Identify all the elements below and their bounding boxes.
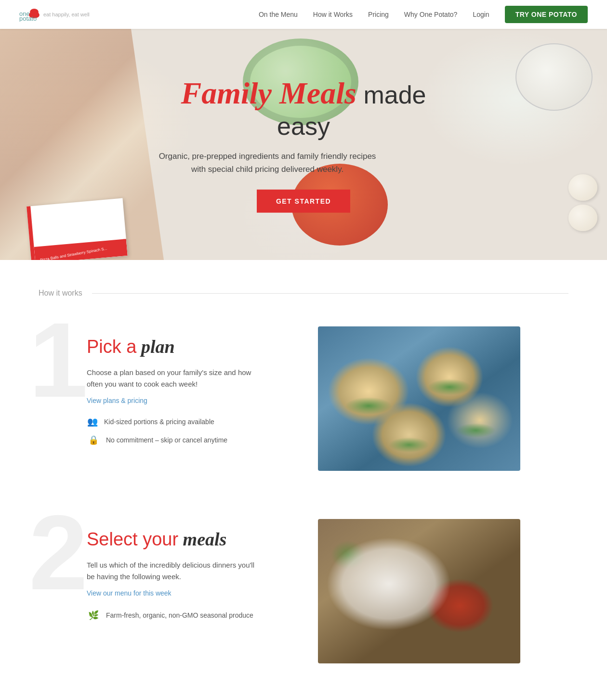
step-1-features: Kid-sized portions & pricing available N… (87, 416, 289, 447)
nav-cta-button[interactable]: TRY ONE POTATO (505, 6, 588, 23)
step-2-right: 2 Select your meals Tell us which of the… (39, 519, 289, 622)
dough-ball-2 (568, 205, 597, 231)
hero-rice-bowl (515, 43, 593, 111)
lock-icon (87, 433, 100, 447)
hero-recipe-card: Pizza Balls and Strawberry Spinach S... (26, 198, 128, 260)
step-1-title-normal: Pick a (87, 337, 136, 357)
nav-links: On the Menu How it Works Pricing Why One… (259, 10, 588, 19)
logo-icon: one potato (19, 7, 40, 22)
step-2-image (318, 519, 520, 663)
step-1-image (318, 326, 520, 471)
step-2-feature-1-text: Farm-fresh, organic, non-GMO seasonal pr… (106, 611, 253, 619)
hero-cta-button[interactable]: GET STARTED (257, 189, 350, 212)
step-2-section: 2 Select your meals Tell us which of the… (0, 519, 607, 700)
step-1-content: Pick a plan Choose a plan based on your … (39, 326, 289, 447)
step-1-description: Choose a plan based on your family's siz… (87, 367, 260, 390)
step-2-content: Select your meals Tell us which of the i… (39, 519, 289, 622)
nav-login[interactable]: Login (473, 11, 489, 18)
step-2-title-script: meals (183, 529, 227, 549)
step-2-features: Farm-fresh, organic, non-GMO seasonal pr… (87, 609, 289, 622)
divider-line (92, 293, 568, 294)
hero-dough-balls (568, 174, 597, 231)
step-1-link[interactable]: View plans & pricing (87, 397, 289, 404)
step-1-right (318, 326, 568, 471)
how-it-works-section: How it works 1 Pick a plan Choose a plan… (0, 260, 607, 519)
section-divider: How it works (39, 289, 568, 298)
step-2-description: Tell us which of the incredibly deliciou… (87, 559, 260, 583)
step-2-link[interactable]: View our menu for this week (87, 589, 289, 597)
logo[interactable]: one potato eat happily, eat well (19, 7, 90, 22)
hero-section: Pizza Balls and Strawberry Spinach S... … (0, 29, 607, 260)
hero-subtitle: Organic, pre-prepped ingredients and fam… (152, 150, 383, 176)
hero-content: Family Meals made easy Organic, pre-prep… (152, 77, 455, 213)
step-1-feature-1-text: Kid-sized portions & pricing available (104, 418, 214, 426)
step-2-row: 2 Select your meals Tell us which of the… (39, 519, 568, 663)
hero-title-script: Family Meals (181, 76, 356, 110)
step-1-title-script: plan (141, 337, 175, 357)
step-1-feature-2: No commitment – skip or cancel anytime (87, 433, 289, 447)
step-2-feature-1: Farm-fresh, organic, non-GMO seasonal pr… (87, 609, 289, 622)
dough-ball-1 (568, 174, 597, 201)
step-2-title-normal: Select your (87, 529, 178, 549)
svg-text:potato: potato (19, 15, 37, 22)
step-1-feature-2-text: No commitment – skip or cancel anytime (106, 436, 227, 444)
navbar: one potato eat happily, eat well On the … (0, 0, 607, 29)
step-2-title: Select your meals (87, 529, 289, 551)
step-1-left: 1 Pick a plan Choose a plan based on you… (39, 326, 289, 447)
person-icon (87, 416, 98, 428)
step-1-row: 1 Pick a plan Choose a plan based on you… (39, 326, 568, 471)
step-2-left (318, 519, 568, 663)
leaf-icon (87, 609, 100, 622)
nav-how-works[interactable]: How it Works (313, 11, 353, 18)
nav-on-menu[interactable]: On the Menu (259, 11, 298, 18)
step-1-feature-1: Kid-sized portions & pricing available (87, 416, 289, 428)
section-title: How it works (39, 289, 82, 298)
hero-title: Family Meals made easy (152, 77, 455, 141)
nav-pricing[interactable]: Pricing (368, 11, 389, 18)
nav-why[interactable]: Why One Potato? (404, 11, 458, 18)
step-1-title: Pick a plan (87, 336, 289, 358)
